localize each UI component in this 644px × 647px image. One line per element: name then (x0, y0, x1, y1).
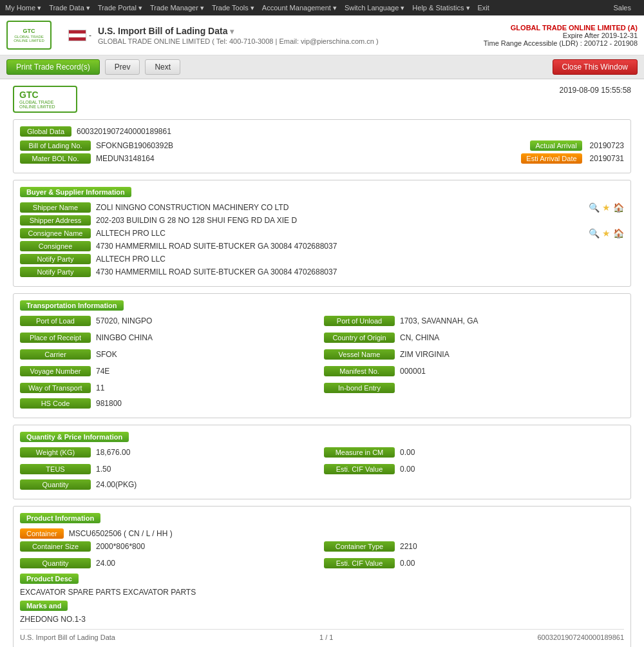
header-right: GLOBAL TRADE ONLINE LIMITED (A) Expire A… (484, 24, 638, 47)
doc-logo-text: GTC (19, 90, 39, 100)
product-qty-row: Quantity 24.00 (20, 558, 320, 568)
way-transport-label: Way of Transport (20, 383, 91, 393)
nav-trade-manager[interactable]: Trade Manager (150, 4, 204, 12)
logo-area: GTC GLOBAL TRADEONLINE LIMITED (6, 21, 52, 50)
shipper-house-icon[interactable]: 🏠 (613, 202, 624, 213)
nav-trade-tools[interactable]: Trade Tools (212, 4, 254, 12)
esti-arrival-value: 20190731 (590, 154, 624, 163)
carrier-label: Carrier (20, 349, 91, 360)
doc-header: GTC GLOBAL TRADE ONLINE LIMITED 2019-08-… (13, 86, 631, 113)
product-qty-label: Quantity (20, 558, 91, 568)
weight-value: 18,676.00 (96, 448, 130, 457)
country-origin-row: Country of Origin CN, CHINA (324, 333, 624, 343)
nav-help-statistics[interactable]: Help & Statistics (412, 4, 469, 12)
doc-logo-box: GTC GLOBAL TRADE ONLINE LIMITED (13, 86, 77, 113)
voyage-value: 74E (96, 367, 109, 376)
vessel-name-row: Vessel Name ZIM VIRGINIA (324, 349, 624, 360)
esti-cif-row: Esti. CIF Value 0.00 (324, 464, 624, 474)
header-time-range: Time Range Accessible (LDR) : 200712 - 2… (484, 39, 638, 47)
nav-switch-language[interactable]: Switch Language (345, 4, 404, 12)
product-esti-cif-label: Esti. CIF Value (324, 558, 395, 568)
record-footer-label: U.S. Import Bill of Lading Data (20, 633, 115, 641)
print-button-top[interactable]: Print Trade Record(s) (6, 59, 100, 75)
flag-separator: - (89, 31, 91, 40)
record-footer-id: 6003201907240000189861 (537, 633, 624, 641)
actual-arrival-value: 20190723 (590, 141, 624, 150)
doc-timestamp: 2019-08-09 15:55:58 (560, 86, 631, 95)
consignee-house-icon[interactable]: 🏠 (613, 228, 624, 238)
place-receipt-label: Place of Receipt (20, 333, 91, 343)
container-type-label: Container Type (324, 541, 395, 552)
notify-party-value1: ALLTECH PRO LLC (96, 255, 624, 264)
global-data-row: Global Data 6003201907240000189861 (20, 126, 624, 137)
place-receipt-row: Place of Receipt NINGBO CHINA (20, 333, 320, 343)
consignee-name-label: Consignee Name (20, 228, 91, 238)
way-transport-row: Way of Transport 11 (20, 383, 320, 393)
vessel-name-value: ZIM VIRGINIA (400, 350, 450, 359)
carrier-value: SFOK (96, 350, 117, 359)
quantity-value: 24.00(PKG) (96, 480, 137, 489)
header-title-text: U.S. Import Bill of Lading Data (98, 26, 227, 36)
hs-code-label: HS Code (20, 398, 91, 409)
teus-value: 1.50 (96, 465, 111, 474)
top-navigation: My Home Trade Data Trade Portal Trade Ma… (0, 0, 644, 15)
header-title: U.S. Import Bill of Lading Data ▾ (98, 26, 484, 36)
close-button-top[interactable]: Close This Window (553, 59, 638, 75)
consignee-search-icon[interactable]: 🔍 (589, 228, 600, 238)
header-subtitle: GLOBAL TRADE ONLINE LIMITED ( Tel: 400-7… (98, 37, 484, 45)
product-grid: Container Size 2000*806*800 Container Ty… (20, 541, 624, 571)
nav-exit[interactable]: Exit (478, 4, 489, 12)
notify-party-row2: Notify Party 4730 HAMMERMILL ROAD SUITE-… (20, 267, 624, 277)
transport-title: Transportation Information (20, 300, 124, 311)
next-button-top[interactable]: Next (145, 59, 180, 75)
shipper-address-row: Shipper Address 202-203 BUILDIN G 28 NO … (20, 215, 624, 226)
container-type-row: Container Type 2210 (324, 541, 624, 552)
doc-logo-sub: GLOBAL TRADE ONLINE LIMITED (19, 100, 71, 109)
vessel-name-label: Vessel Name (324, 349, 395, 360)
container-size-value: 2000*806*800 (96, 542, 145, 551)
header-bar: GTC GLOBAL TRADEONLINE LIMITED - U.S. Im… (0, 15, 644, 55)
mater-bol-label: Mater BOL No. (20, 153, 91, 164)
weight-label: Weight (KG) (20, 447, 91, 458)
consignee-name-value: ALLTECH PRO LLC (96, 229, 585, 238)
manifest-value: 000001 (400, 367, 426, 376)
transport-card: Transportation Information Port of Load … (13, 293, 631, 418)
header-title-arrow: ▾ (230, 27, 234, 36)
weight-row: Weight (KG) 18,676.00 (20, 447, 320, 458)
prev-button-top[interactable]: Prev (105, 59, 140, 75)
port-load-row: Port of Load 57020, NINGPO (20, 316, 320, 326)
country-origin-value: CN, CHINA (400, 333, 439, 342)
nav-sales[interactable]: Sales (613, 4, 631, 12)
shipper-name-label: Shipper Name (20, 202, 91, 213)
container-row: Container MSCU6502506 ( CN / L / HH ) (20, 528, 624, 539)
measure-label: Measure in CM (324, 447, 395, 458)
transport-grid: Port of Load 57020, NINGPO Port of Unloa… (20, 316, 624, 396)
top-toolbar: Print Trade Record(s) Prev Next Close Th… (0, 55, 644, 79)
product-desc-value: EXCAVATOR SPARE PARTS EXCAVATOR PARTS (20, 586, 624, 598)
consignee-icon-group: 🔍 ★ 🏠 (589, 228, 624, 238)
logo-box: GTC GLOBAL TRADEONLINE LIMITED (6, 21, 52, 50)
product-esti-cif-value: 0.00 (400, 559, 415, 568)
product-qty-value: 24.00 (96, 559, 115, 568)
logo-text: GTC (14, 28, 44, 35)
consignee-star-icon[interactable]: ★ (602, 228, 611, 238)
nav-my-home[interactable]: My Home (5, 4, 41, 12)
global-data-value: 6003201907240000189861 (77, 127, 171, 136)
shipper-name-row: Shipper Name ZOLI NINGNO CONSTRUCTION MA… (20, 202, 624, 213)
nav-account-management[interactable]: Account Management (262, 4, 337, 12)
shipper-search-icon[interactable]: 🔍 (589, 202, 600, 213)
consignee-label: Consignee (20, 241, 91, 251)
product-esti-cif-row: Esti. CIF Value 0.00 (324, 558, 624, 568)
container-type-value: 2210 (400, 542, 417, 551)
header-expire: Expire After 2019-12-31 (484, 32, 638, 39)
product-desc-title: Product Desc (20, 574, 79, 584)
container-size-row: Container Size 2000*806*800 (20, 541, 320, 552)
nav-trade-data[interactable]: Trade Data (49, 4, 90, 12)
shipper-star-icon[interactable]: ★ (602, 202, 611, 213)
port-unload-label: Port of Unload (324, 316, 395, 326)
teus-row: TEUS 1.50 (20, 464, 320, 474)
quantity-row: Quantity 24.00(PKG) (20, 479, 624, 490)
product-title: Product Information (20, 513, 100, 523)
consignee-value: 4730 HAMMERMILL ROAD SUITE-BTUCKER GA 30… (96, 242, 624, 251)
nav-trade-portal[interactable]: Trade Portal (98, 4, 142, 12)
